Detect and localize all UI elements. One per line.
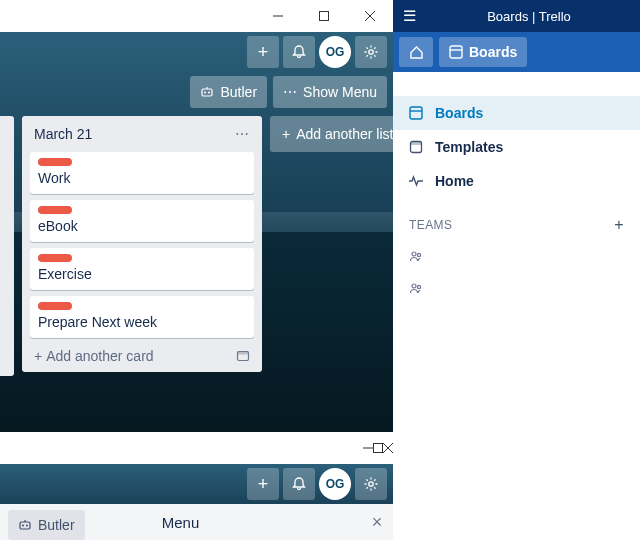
show-menu-button[interactable]: ⋯ Show Menu [273,76,387,108]
card-title: Exercise [38,266,92,282]
svg-point-17 [22,525,24,527]
avatar[interactable]: OG [319,468,351,500]
lower-window: + OG [0,432,393,504]
card-title: Prepare Next week [38,314,157,330]
add-list-button[interactable]: + Add another list [270,116,393,152]
teams-header: TEAMS + [393,198,640,240]
add-card-button[interactable]: +Add another card [34,348,154,364]
svg-point-7 [208,92,210,94]
svg-rect-10 [238,352,249,355]
svg-rect-25 [411,142,422,146]
add-card-label: Add another card [46,348,153,364]
close-button[interactable] [347,0,393,32]
sidebar-item-label: Home [435,173,474,189]
settings-icon[interactable] [355,36,387,68]
list-title[interactable]: March 21 [34,126,92,142]
boards-nav-button[interactable]: Boards [439,37,527,67]
board-icon [449,45,463,59]
svg-rect-20 [450,46,462,58]
add-icon[interactable]: + [247,36,279,68]
card-title: eBook [38,218,78,234]
svg-point-29 [417,285,420,288]
card[interactable]: Exercise [30,248,254,290]
notifications-icon[interactable] [283,468,315,500]
svg-point-6 [204,92,206,94]
card-label-red [38,254,72,262]
sidebar-nav: Boards [393,32,640,72]
svg-point-4 [369,50,373,54]
svg-point-27 [417,253,420,256]
butler-icon [200,85,214,99]
board-menu-panel: Butler Menu × [0,504,393,540]
minimize-button[interactable] [255,0,301,32]
add-icon[interactable]: + [247,468,279,500]
butler-label: Butler [38,517,75,533]
close-icon[interactable]: × [361,512,393,533]
sidebar-titlebar: ☰ Boards | Trello [393,0,640,32]
list: March 21 ⋯ Work eBook Exercise Prepare N… [22,116,262,372]
card[interactable]: eBook [30,200,254,242]
show-menu-label: Show Menu [303,84,377,100]
sidebar-item-boards[interactable]: Boards [393,96,640,130]
sidebar-body: Boards Templates Home TEAMS + [393,72,640,304]
teams-label: TEAMS [409,218,452,232]
notifications-icon[interactable] [283,36,315,68]
sidebar-item-home[interactable]: Home [393,164,640,198]
window-title: Boards | Trello [428,9,630,24]
svg-rect-22 [410,107,422,119]
list-menu-icon[interactable]: ⋯ [235,126,250,142]
plus-icon: + [34,348,42,364]
ellipsis-icon: ⋯ [283,84,297,100]
hamburger-icon[interactable]: ☰ [403,7,416,25]
team-item[interactable] [393,240,640,272]
home-icon[interactable] [399,37,433,67]
butler-button[interactable]: Butler [8,510,85,540]
maximize-button[interactable] [301,0,347,32]
card-template-icon[interactable] [236,349,250,363]
sidebar-item-templates[interactable]: Templates [393,130,640,164]
add-team-button[interactable]: + [614,216,624,234]
svg-rect-16 [20,522,30,529]
team-item[interactable] [393,272,640,304]
template-icon [409,140,425,154]
svg-rect-12 [374,444,383,453]
svg-point-15 [369,482,373,486]
card[interactable]: Work [30,152,254,194]
svg-point-28 [412,284,416,288]
maximize-button[interactable] [373,443,383,453]
window-titlebar [0,432,393,464]
svg-rect-5 [202,89,212,96]
svg-point-26 [412,252,416,256]
board-background: + OG Butler ⋯ Show Menu March 21 ⋯ Wo [0,32,393,432]
sidebar-window: ☰ Boards | Trello Boards Boards Template… [393,0,640,540]
previous-list-edge[interactable] [0,116,14,376]
boards-nav-label: Boards [469,44,517,60]
card-label-red [38,158,72,166]
settings-icon[interactable] [355,468,387,500]
sidebar-item-label: Templates [435,139,503,155]
add-list-label: Add another list [296,126,393,142]
plus-icon: + [282,126,290,142]
board-topbar: + OG [247,36,387,68]
minimize-button[interactable] [363,443,373,453]
sidebar-item-label: Boards [435,105,483,121]
close-button[interactable] [383,443,393,453]
board-topbar: + OG [0,464,393,504]
window-titlebar [0,0,393,32]
avatar[interactable]: OG [319,36,351,68]
board-icon [409,106,425,120]
lists-row: March 21 ⋯ Work eBook Exercise Prepare N… [0,116,393,376]
pulse-icon [409,175,425,187]
card-label-red [38,206,72,214]
butler-icon [18,518,32,532]
svg-rect-1 [320,12,329,21]
card-title: Work [38,170,70,186]
board-actions: Butler ⋯ Show Menu [190,76,387,108]
card[interactable]: Prepare Next week [30,296,254,338]
card-label-red [38,302,72,310]
svg-point-18 [26,525,28,527]
butler-label: Butler [220,84,257,100]
butler-button[interactable]: Butler [190,76,267,108]
